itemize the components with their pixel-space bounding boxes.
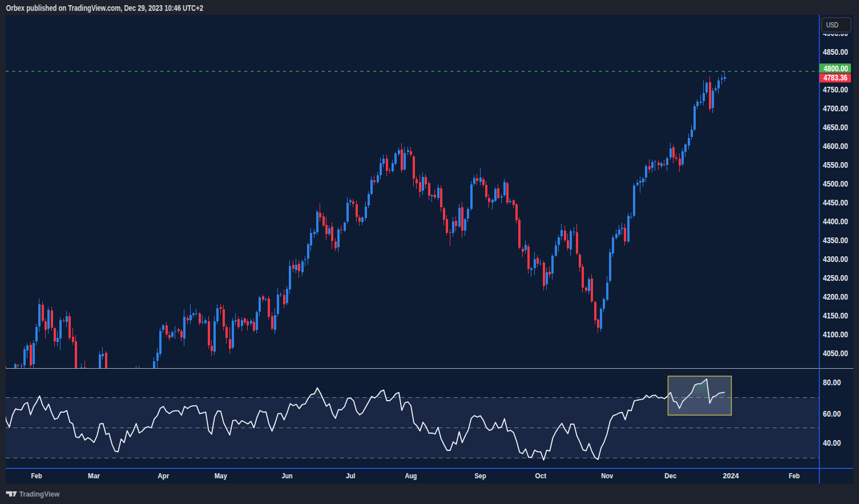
svg-text:Jun: Jun: [282, 471, 293, 480]
svg-text:60.00: 60.00: [823, 409, 841, 418]
svg-text:4250.00: 4250.00: [823, 273, 848, 283]
svg-text:4550.00: 4550.00: [823, 160, 848, 170]
svg-text:Oct: Oct: [535, 471, 547, 480]
svg-text:Dec: Dec: [664, 471, 676, 480]
svg-text:4700.00: 4700.00: [823, 104, 848, 113]
svg-text:Feb: Feb: [789, 471, 800, 480]
svg-text:4300.00: 4300.00: [823, 255, 848, 264]
svg-text:Orbex published on TradingView: Orbex published on TradingView.com, Dec …: [6, 3, 204, 13]
svg-text:4200.00: 4200.00: [823, 292, 848, 301]
svg-text:4400.00: 4400.00: [823, 217, 848, 226]
svg-text:4150.00: 4150.00: [823, 311, 848, 320]
svg-text:Mar: Mar: [88, 471, 100, 480]
svg-text:4750.00: 4750.00: [823, 85, 848, 94]
svg-text:2024: 2024: [723, 471, 740, 480]
svg-text:4500.00: 4500.00: [823, 179, 848, 188]
svg-text:4100.00: 4100.00: [823, 330, 848, 339]
svg-text:80.00: 80.00: [823, 378, 841, 387]
svg-text:May: May: [215, 471, 228, 480]
svg-text:4450.00: 4450.00: [823, 198, 848, 207]
svg-text:Nov: Nov: [601, 471, 614, 480]
svg-text:Feb: Feb: [31, 471, 42, 480]
svg-text:40.00: 40.00: [823, 438, 841, 447]
svg-text:4600.00: 4600.00: [823, 142, 848, 151]
svg-text:TradingView: TradingView: [19, 490, 60, 498]
svg-text:4850.00: 4850.00: [823, 47, 848, 57]
svg-text:Apr: Apr: [158, 471, 169, 480]
svg-text:USD: USD: [826, 21, 838, 29]
svg-text:Sep: Sep: [475, 471, 486, 480]
svg-text:4783.36: 4783.36: [824, 73, 848, 82]
svg-text:Jul: Jul: [346, 471, 356, 480]
svg-text:4350.00: 4350.00: [823, 236, 848, 245]
svg-text:4650.00: 4650.00: [823, 123, 848, 132]
svg-text:4800.00: 4800.00: [824, 64, 848, 73]
svg-text:Aug: Aug: [405, 471, 417, 480]
svg-text:4050.00: 4050.00: [823, 349, 848, 358]
